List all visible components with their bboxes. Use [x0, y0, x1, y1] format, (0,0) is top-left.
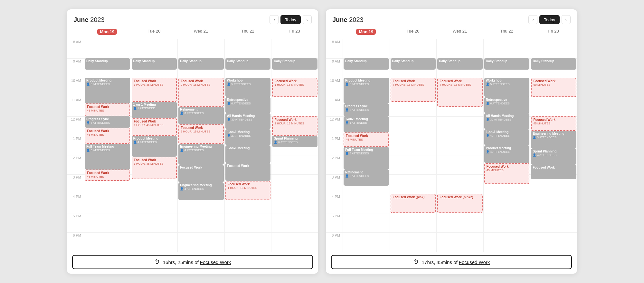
event-gray[interactable]: Sprint Planning👤 4 ATTENDEES: [531, 149, 576, 165]
event-meta: 👤 3 ATTENDEES: [533, 136, 556, 139]
event-gray[interactable]: Product Meeting👤 4 ATTENDEES: [484, 145, 530, 163]
event-title: Retrospective: [227, 98, 269, 102]
nav-prev-button[interactable]: ‹: [528, 15, 537, 24]
event-gray[interactable]: 1-on-1 Meeting👤 2 ATTENDEES: [225, 129, 271, 145]
hour-line: [437, 39, 483, 58]
nav-next-button[interactable]: ›: [303, 15, 312, 24]
event-title: Daily Standup: [345, 59, 387, 63]
hour-line: [390, 116, 437, 136]
event-meta: 45 MINUTES: [87, 133, 104, 136]
event-pink[interactable]: Focused Work1 HOUR, 15 MINUTES: [225, 181, 271, 200]
event-title: Product Meeting: [133, 137, 175, 140]
event-gray[interactable]: Sprint Planning👤 6 ATTENDEES: [272, 136, 317, 147]
day-headers-row: Mon 19Tue 20Wed 21Thu 22Fri 23: [67, 27, 318, 39]
event-pink[interactable]: Focused Work1 HOUR, 45 MINUTES: [132, 78, 177, 102]
event-pink[interactable]: Focused Work1 HOUR, 15 MINUTES: [272, 78, 317, 97]
event-pink[interactable]: Focused Work2 HOUR, 15 MINUTES: [178, 78, 224, 107]
event-gray[interactable]: Daily Standup: [132, 58, 177, 70]
time-label: 5 PM: [67, 213, 84, 232]
event-gray[interactable]: Refinement👤 3 ATTENDEES: [344, 170, 389, 186]
event-title: Sprint Planning: [533, 150, 575, 153]
event-gray[interactable]: Product Meeting👤 4 ATTENDEES: [132, 136, 177, 157]
event-gray[interactable]: Daily Standup: [85, 58, 130, 70]
event-gray[interactable]: Progress Sync👤 3 ATTENDEES: [344, 103, 389, 116]
event-gray[interactable]: Full Team Meeting👤 6 ATTENDEES: [85, 144, 130, 170]
event-pink[interactable]: Focused Work (pink2): [437, 194, 483, 213]
hour-line: [484, 232, 530, 252]
hour-line: [530, 213, 577, 232]
event-gray[interactable]: Focused Work: [178, 165, 224, 182]
hour-line: [178, 39, 224, 58]
event-pink[interactable]: Focused Work60 MINUTES: [531, 78, 576, 97]
nav-prev-button[interactable]: ‹: [270, 15, 279, 24]
event-pink[interactable]: Focused Work2 HOUR, 15 MINUTES: [178, 124, 224, 144]
event-pink[interactable]: Focused Work1 HOUR, 45 MINUTES: [132, 118, 177, 136]
event-pink[interactable]: Focused Work7 HOURS, 15 MINUTES: [391, 78, 436, 102]
hour-line: [271, 232, 318, 252]
event-gray[interactable]: 1-on-1 Meeting: [225, 145, 271, 163]
event-gray[interactable]: All Hands Meeting👤 30 ATTENDEES: [484, 113, 530, 129]
event-gray[interactable]: 1-on-1 Meeting👤 1 ATTENDEE: [344, 116, 389, 132]
event-title: 1-on-1 Meeting: [133, 103, 175, 106]
event-title: Workshop: [227, 79, 269, 82]
event-pink[interactable]: Focused Work2 HOUR, 15 MINUTES: [272, 116, 317, 136]
event-gray[interactable]: 1-on-1 Meeting👤 1 ATTENDEE: [132, 102, 177, 118]
event-meta: 👤 5 ATTENDEES: [227, 83, 251, 86]
event-gray[interactable]: Daily Standup: [178, 58, 224, 70]
event-gray[interactable]: Daily Standup: [437, 58, 483, 70]
day-header-4: Fri 23: [271, 27, 318, 36]
event-pink[interactable]: Focused Work7 HOURS, 15 MINUTES: [437, 78, 483, 107]
event-pink[interactable]: Focused Work45 MINUTES: [531, 116, 576, 131]
event-pink[interactable]: Focused Work45 MINUTES: [85, 103, 130, 116]
event-gray[interactable]: Focused Work: [531, 165, 576, 179]
event-meta: 1 HOUR, 45 MINUTES: [134, 162, 164, 165]
event-meta: 👤 5 ATTENDEES: [345, 83, 369, 86]
event-pink[interactable]: Focused Work45 MINUTES: [344, 132, 389, 147]
event-gray[interactable]: All Hands Meeting👤 30 ATTENDEES: [225, 113, 271, 129]
event-meta: 👤 4 ATTENDEES: [180, 149, 204, 152]
event-gray[interactable]: Daily Standup: [391, 58, 436, 70]
event-gray[interactable]: Product Meeting👤 5 ATTENDEES: [344, 78, 389, 103]
event-title: Full Team Meeting: [86, 145, 128, 148]
time-label: 12 PM: [67, 116, 84, 136]
event-gray[interactable]: Daily Standup: [531, 58, 576, 70]
event-gray[interactable]: Workshop👤 5 ATTENDEES: [225, 78, 271, 97]
event-meta: 1 HOUR, 45 MINUTES: [134, 83, 164, 86]
event-title: Focused Work: [134, 79, 175, 83]
event-gray[interactable]: Daily Standup: [344, 58, 389, 70]
hour-line: [271, 213, 318, 232]
event-pink[interactable]: Focused Work45 MINUTES: [484, 163, 530, 184]
event-meta: 45 MINUTES: [487, 169, 504, 172]
event-gray[interactable]: Daily Standup: [484, 58, 530, 70]
event-gray[interactable]: Focused Work: [225, 163, 271, 181]
event-gray[interactable]: Refinement👤 3 ATTENDEES: [178, 107, 224, 124]
event-gray[interactable]: Product Meeting👤 5 ATTENDEES: [85, 78, 130, 103]
event-title: Focused Work: [487, 165, 527, 168]
event-pink[interactable]: Focused Work45 MINUTES: [85, 128, 130, 144]
event-gray[interactable]: Engineering Meeting👤 3 ATTENDEES: [531, 131, 576, 149]
event-gray[interactable]: Daily Standup: [272, 58, 317, 70]
event-pink[interactable]: Focused Work (pink): [391, 194, 436, 213]
event-meta: 45 MINUTES: [87, 175, 104, 178]
event-pink[interactable]: Focused Work1 HOUR, 45 MINUTES: [132, 157, 177, 179]
event-meta: 👤 4 ATTENDEES: [486, 134, 510, 137]
event-gray[interactable]: Engineering Meeting👤 4 ATTENDEES: [178, 144, 224, 165]
nav-today-button[interactable]: Today: [280, 15, 301, 24]
event-gray[interactable]: Daily Standup: [225, 58, 271, 70]
event-gray[interactable]: Retrospective👤 6 ATTENDEES: [225, 97, 271, 113]
event-title: Focused Work: [134, 120, 175, 123]
event-gray[interactable]: Full Team Meeting👤 6 ATTENDEES: [344, 147, 389, 170]
time-label: 3 PM: [326, 174, 343, 194]
event-gray[interactable]: Retrospective👤 6 ATTENDEES: [484, 97, 530, 113]
event-title: Engineering Meeting: [180, 145, 222, 148]
nav-today-button[interactable]: Today: [539, 15, 560, 24]
event-gray[interactable]: Progress Sync👤 3 ATTENDEES: [85, 116, 130, 128]
nav-next-button[interactable]: ›: [562, 15, 571, 24]
event-pink[interactable]: Focused Work45 MINUTES: [85, 170, 130, 181]
event-meta: 1 HOUR, 15 MINUTES: [228, 186, 257, 190]
event-gray[interactable]: Workshop👤 5 ATTENDEES: [484, 78, 530, 97]
hour-line: [390, 136, 437, 155]
event-gray[interactable]: 1-on-1 Meeting👤 4 ATTENDEES: [484, 129, 530, 145]
event-gray[interactable]: Engineering Meeting👤 4 ATTENDEES: [178, 182, 224, 200]
event-title: Retrospective: [486, 98, 528, 102]
